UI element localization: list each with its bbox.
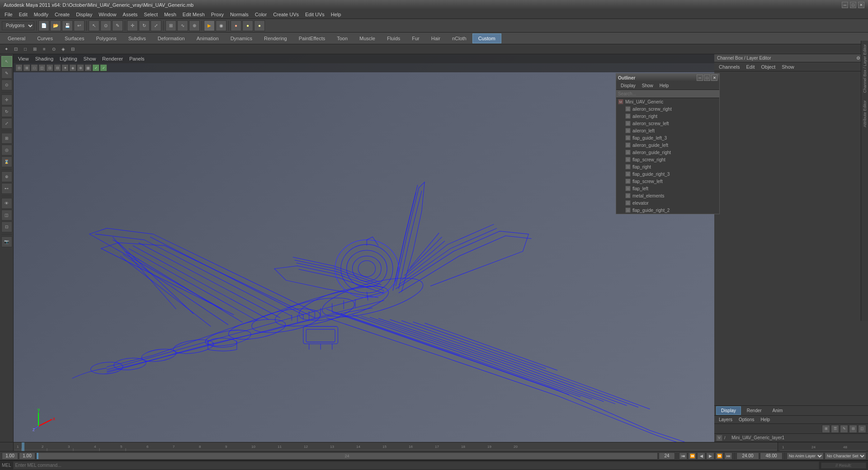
tab-muscle[interactable]: Muscle <box>354 33 381 43</box>
toolbar-light1[interactable]: ● <box>231 20 241 31</box>
char-set-selector[interactable]: No Character Set <box>825 452 866 460</box>
tab-hair[interactable]: Hair <box>425 33 446 43</box>
icon-tb-4[interactable]: ⊞ <box>30 45 39 53</box>
cb-icon-1[interactable]: ⚙ <box>856 56 860 61</box>
layer-icon-2[interactable]: ☰ <box>831 425 839 433</box>
outliner-item-7[interactable]: ○ aileron_guide_right <box>616 149 719 156</box>
vp-menu-lighting[interactable]: Lighting <box>57 55 80 62</box>
pb-next-frame[interactable]: ⏩ <box>715 452 723 460</box>
menu-mesh[interactable]: Mesh <box>161 11 179 18</box>
layer-tab-render[interactable]: Render <box>742 406 767 415</box>
outliner-menu-help[interactable]: Help <box>657 83 672 89</box>
menu-edit-mesh[interactable]: Edit Mesh <box>180 11 208 18</box>
outliner-item-12[interactable]: ○ flap_left <box>616 185 719 192</box>
outliner-search-input[interactable] <box>618 91 717 96</box>
outliner-minimize[interactable]: ─ <box>697 75 703 81</box>
tab-fluids[interactable]: Fluids <box>381 33 406 43</box>
outliner-item-10[interactable]: ○ flap_guide_right_3 <box>616 170 719 178</box>
outliner-item-8[interactable]: ○ flap_screw_right <box>616 156 719 163</box>
anim-layer-selector[interactable]: No Anim Layer <box>787 452 824 460</box>
tool-select[interactable]: ↖ <box>1 56 12 67</box>
pb-play-fwd[interactable]: ▶ <box>706 452 714 460</box>
vp-icon-3[interactable]: □ <box>31 64 38 71</box>
outliner-item-9[interactable]: ○ flap_right <box>616 163 719 170</box>
current-frame-input[interactable] <box>19 452 35 460</box>
start-frame-input[interactable] <box>2 452 18 460</box>
outliner-item-2[interactable]: ○ aileron_right <box>616 113 719 120</box>
toolbar-new[interactable]: 📄 <box>38 20 49 31</box>
pb-prev-frame[interactable]: ◀ <box>697 452 705 460</box>
menu-help[interactable]: Help <box>328 11 344 18</box>
viewport[interactable]: View Shading Lighting Show Renderer Pane… <box>14 54 714 442</box>
toolbar-lasso[interactable]: ⊙ <box>100 20 111 31</box>
tab-ncloth[interactable]: nCloth <box>446 33 472 43</box>
tab-animation[interactable]: Animation <box>191 33 225 43</box>
tool-soft[interactable]: ◎ <box>1 145 12 155</box>
vp-icon-7[interactable]: ✦ <box>61 64 69 71</box>
layer-row-1[interactable]: V / Mini_UAV_Generic_layer1 <box>714 434 868 442</box>
tool-paint[interactable]: ✎ <box>1 68 12 79</box>
tool-wire[interactable]: ⊡ <box>1 221 12 232</box>
vp-icon-9[interactable]: ⊕ <box>77 64 84 71</box>
menu-assets[interactable]: Assets <box>120 11 140 18</box>
pb-last-frame[interactable]: ⏭ <box>724 452 732 460</box>
menu-edit-uvs[interactable]: Edit UVs <box>302 11 327 18</box>
minimize-btn[interactable]: ─ <box>842 2 848 8</box>
tab-toon[interactable]: Toon <box>331 33 354 43</box>
menu-color[interactable]: Color <box>252 11 269 18</box>
toolbar-snap-curve[interactable]: ∿ <box>177 20 188 31</box>
layer-icon-1[interactable]: ⊞ <box>822 425 830 433</box>
toolbar-paint[interactable]: ✎ <box>112 20 123 31</box>
tool-show[interactable]: 👁 <box>1 198 12 209</box>
toolbar-move[interactable]: ✛ <box>127 20 138 31</box>
outliner-item-11[interactable]: ○ flap_screw_left <box>616 178 719 185</box>
cb-menu-show[interactable]: Show <box>779 63 797 70</box>
tool-scale[interactable]: ⤢ <box>1 118 12 129</box>
title-bar-controls[interactable]: ─ □ ✕ <box>842 2 864 8</box>
icon-tb-5[interactable]: ≡ <box>40 45 49 53</box>
pb-first-frame[interactable]: ⏮ <box>679 452 687 460</box>
tool-measure[interactable]: ⊷ <box>1 183 12 194</box>
vp-icon-4[interactable]: ◫ <box>38 64 46 71</box>
vp-menu-panels[interactable]: Panels <box>127 55 147 62</box>
menu-select[interactable]: Select <box>141 11 160 18</box>
vp-icon-6[interactable]: ⊟ <box>54 64 61 71</box>
outliner-item-1[interactable]: ○ aileron_screw_right <box>616 105 719 113</box>
tool-camera[interactable]: 📷 <box>1 236 12 247</box>
cb-menu-object[interactable]: Object <box>758 63 778 70</box>
outliner-item-5[interactable]: ○ flap_guide_left_3 <box>616 134 719 141</box>
vp-menu-show[interactable]: Show <box>81 55 99 62</box>
end-frame-input[interactable] <box>659 452 675 460</box>
tool-history[interactable]: ⌛ <box>1 156 12 167</box>
layer-menu-help[interactable]: Help <box>758 417 773 423</box>
layer-icon-4[interactable]: ⊟ <box>849 425 857 433</box>
vp-icon-8[interactable]: ◈ <box>69 64 76 71</box>
tool-rotate[interactable]: ↻ <box>1 106 12 117</box>
menu-normals[interactable]: Normals <box>227 11 251 18</box>
tab-fur[interactable]: Fur <box>406 33 425 43</box>
outliner-item-4[interactable]: ○ aileron_left <box>616 127 719 134</box>
outliner-item-15[interactable]: ○ flap_guide_right_2 <box>616 207 719 214</box>
menu-proxy[interactable]: Proxy <box>208 11 226 18</box>
menu-file[interactable]: File <box>2 11 15 18</box>
tab-rendering[interactable]: Rendering <box>258 33 293 43</box>
icon-tb-8[interactable]: ⊟ <box>68 45 77 53</box>
end-frame-input-2[interactable] <box>736 452 759 460</box>
tool-hide[interactable]: ◫ <box>1 210 12 221</box>
tab-surfaces[interactable]: Surfaces <box>59 33 90 43</box>
toolbar-open[interactable]: 📂 <box>50 20 61 31</box>
toolbar-save[interactable]: 💾 <box>62 20 73 31</box>
icon-tb-7[interactable]: ◈ <box>59 45 68 53</box>
menu-display[interactable]: Display <box>73 11 95 18</box>
icon-tb-6[interactable]: ⊙ <box>49 45 58 53</box>
tab-attribute-editor-vertical[interactable]: Attribute Editor <box>862 97 868 131</box>
tab-painteffects[interactable]: PaintEffects <box>293 33 331 43</box>
tool-move[interactable]: ✛ <box>1 94 12 105</box>
outliner-menu-show[interactable]: Show <box>639 83 656 89</box>
toolbar-ipr[interactable]: ◉ <box>216 20 226 31</box>
menu-create-uvs[interactable]: Create UVs <box>270 11 302 18</box>
outliner-search-bar[interactable] <box>616 90 719 98</box>
outliner-item-3[interactable]: ○ aileron_screw_left <box>616 120 719 127</box>
layer-menu-options[interactable]: Options <box>736 417 757 423</box>
mel-input[interactable] <box>13 461 819 470</box>
